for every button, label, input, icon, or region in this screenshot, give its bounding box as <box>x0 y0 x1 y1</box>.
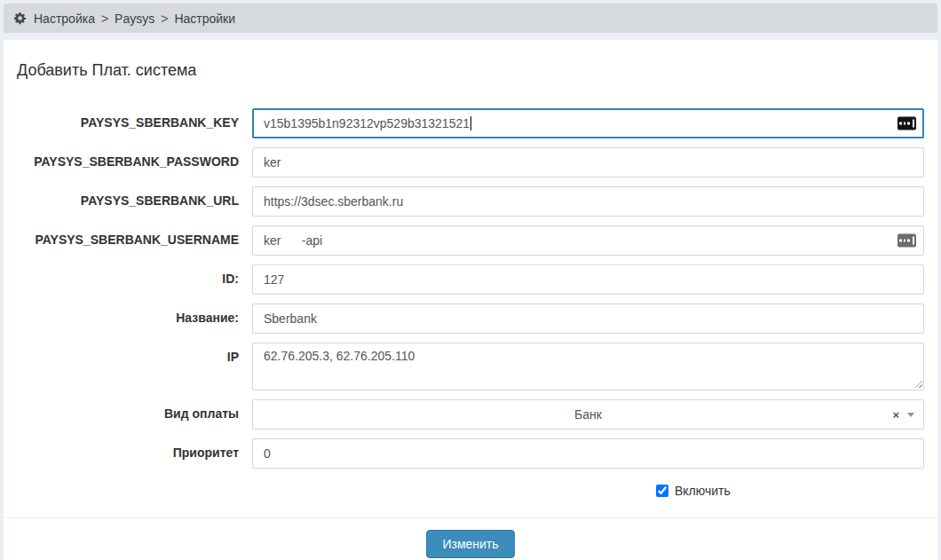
field-wrapper <box>252 147 924 177</box>
breadcrumb-item-paysys[interactable]: Paysys <box>115 12 154 26</box>
content-panel: Добавить Плат. система PAYSYS_SBERBANK_K… <box>4 40 937 560</box>
sberbank-url-input[interactable] <box>252 186 924 217</box>
form-row: PAYSYS_SBERBANK_USERNAME <box>17 225 924 256</box>
field-wrapper <box>252 225 924 256</box>
field-wrapper: Банк × <box>252 399 924 430</box>
field-label-id: ID: <box>17 264 239 286</box>
field-wrapper <box>252 264 924 295</box>
password-manager-icon[interactable] <box>898 234 916 248</box>
field-wrapper: v15b1395b1n92312vp529b31321521 <box>252 108 924 138</box>
form-row: Название: <box>17 304 924 334</box>
id-input[interactable] <box>252 264 924 295</box>
gear-icon <box>14 12 27 25</box>
priority-input[interactable] <box>252 438 924 469</box>
form-row: PAYSYS_SBERBANK_PASSWORD <box>17 147 924 177</box>
field-label-sberbank-username: PAYSYS_SBERBANK_USERNAME <box>17 225 239 247</box>
field-wrapper <box>252 304 924 334</box>
text-cursor <box>470 116 471 130</box>
form-row: IP 62.76.205.3, 62.76.205.110 <box>17 343 924 390</box>
breadcrumb-separator: > <box>101 12 108 26</box>
chevron-down-icon <box>907 413 914 417</box>
form-footer: Изменить <box>17 518 924 558</box>
clear-selection-icon[interactable]: × <box>892 409 899 421</box>
field-wrapper <box>252 186 924 217</box>
form-row: Включить <box>17 484 924 498</box>
enable-checkbox-label[interactable]: Включить <box>675 484 731 498</box>
sberbank-key-input[interactable]: v15b1395b1n92312vp529b31321521 <box>252 108 924 138</box>
ip-textarea[interactable]: 62.76.205.3, 62.76.205.110 <box>252 343 924 390</box>
breadcrumb: Настройка > Paysys > Настройки <box>4 4 937 33</box>
breadcrumb-item-nastroika[interactable]: Настройка <box>34 12 95 26</box>
sberbank-password-input[interactable] <box>252 147 924 177</box>
name-input[interactable] <box>252 304 924 334</box>
field-label-name: Название: <box>17 304 239 325</box>
field-label-payment-type: Вид оплаты <box>17 399 239 421</box>
field-wrapper: 62.76.205.3, 62.76.205.110 <box>252 343 924 390</box>
password-manager-icon[interactable] <box>898 117 916 130</box>
payment-type-value: Банк <box>574 407 602 422</box>
field-label-sberbank-url: PAYSYS_SBERBANK_URL <box>17 186 239 208</box>
field-label-ip: IP <box>17 343 239 364</box>
field-label-sberbank-password: PAYSYS_SBERBANK_PASSWORD <box>17 147 239 169</box>
submit-button[interactable]: Изменить <box>426 530 514 558</box>
form-row: ID: <box>17 264 924 295</box>
breadcrumb-separator: > <box>161 12 168 26</box>
form-row: Вид оплаты Банк × <box>17 399 924 430</box>
field-label-priority: Приоритет <box>17 438 239 460</box>
enable-checkbox[interactable] <box>656 485 668 497</box>
enable-checkbox-group: Включить <box>656 484 731 498</box>
form-row: Приоритет <box>17 438 924 469</box>
form-row: PAYSYS_SBERBANK_URL <box>17 186 924 217</box>
sberbank-key-value: v15b1395b1n92312vp529b31321521 <box>264 116 470 130</box>
checkbox-spacer <box>17 484 239 498</box>
form-row: PAYSYS_SBERBANK_KEY v15b1395b1n92312vp52… <box>17 108 924 138</box>
field-wrapper <box>252 438 924 469</box>
sberbank-username-input[interactable] <box>252 225 924 256</box>
page-title: Добавить Плат. система <box>17 61 924 80</box>
breadcrumb-item-nastroiki[interactable]: Настройки <box>174 12 235 26</box>
field-label-sberbank-key: PAYSYS_SBERBANK_KEY <box>17 108 239 130</box>
payment-type-select[interactable]: Банк × <box>252 399 924 430</box>
